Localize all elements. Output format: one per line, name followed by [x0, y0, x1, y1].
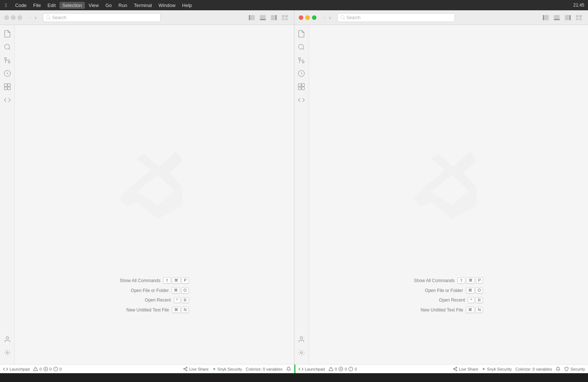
kbd-cmd3-left: ⌘ [172, 307, 180, 313]
svg-rect-3 [260, 19, 266, 20]
svg-line-32 [185, 368, 186, 369]
layout-custom-btn-left[interactable] [280, 14, 290, 22]
layout-sidebar-btn-left[interactable] [247, 14, 257, 22]
status-errors-count-right: 0 [345, 367, 347, 371]
back-arrow-left[interactable]: ‹ [28, 14, 33, 21]
activity-search-right[interactable] [295, 41, 307, 53]
maximize-button-left[interactable] [18, 15, 22, 20]
menu-terminal[interactable]: Terminal [131, 2, 155, 9]
activity-files-left[interactable] [1, 28, 13, 40]
status-liveshare-right[interactable]: Live Share [453, 367, 478, 371]
window-body-left: Show All Commands ⇧ ⌘ P Open File or Fol… [0, 25, 294, 364]
activity-debug-left[interactable] [1, 68, 13, 79]
menu-go[interactable]: Go [103, 2, 115, 9]
status-warnings-right[interactable]: 0 0 0 [329, 367, 357, 371]
nav-arrows-right: ‹ › [322, 14, 332, 21]
liveshare-icon-left [183, 367, 188, 371]
menu-code[interactable]: Code [12, 2, 29, 9]
open-file-label-left: Open File or Folder [131, 288, 169, 293]
search-bar-right[interactable]: Search [337, 13, 455, 22]
activity-accounts-left[interactable] [1, 334, 13, 345]
layout-custom-btn-right[interactable] [574, 14, 584, 22]
statusbar-right-window: Launchpad 0 0 0 [294, 364, 588, 373]
svg-point-44 [302, 61, 304, 63]
svg-point-10 [4, 44, 9, 49]
status-colorize-right[interactable]: Colorize: 0 variables [516, 367, 552, 371]
minimize-button-right[interactable] [305, 15, 310, 20]
activity-accounts-right[interactable] [295, 334, 307, 345]
svg-rect-0 [249, 15, 250, 20]
status-liveshare-left[interactable]: Live Share [183, 367, 209, 371]
status-bell-left[interactable] [286, 367, 291, 371]
statusbar-right-section-right: Live Share ✦ Snyk Security Colorize: 0 v… [453, 367, 585, 372]
welcome-commands-left: Show All Commands ⇧ ⌘ P Open File or Fol… [120, 277, 189, 313]
kbd-cmd-left: ⌘ [172, 277, 180, 284]
activity-settings-left[interactable] [1, 347, 13, 358]
activity-search-left[interactable] [1, 41, 13, 53]
warning-icon-left [33, 367, 38, 371]
menu-run[interactable]: Run [115, 2, 130, 9]
remote-icon-right [298, 367, 304, 372]
status-launchpad-left: Launchpad [10, 367, 29, 371]
layout-panel-btn-left[interactable] [258, 14, 268, 22]
remote-icon-left [3, 367, 8, 372]
svg-point-45 [299, 58, 301, 60]
open-file-kbd-left: ⌘ O [172, 287, 189, 293]
status-colorize-left[interactable]: Colorize: 0 variables [246, 367, 283, 371]
status-remote-left[interactable]: Launchpad [3, 367, 29, 372]
activity-extensions-right[interactable] [295, 81, 307, 93]
maximize-button-right[interactable] [312, 15, 316, 20]
kbd-cmd-right: ⌘ [466, 277, 475, 284]
svg-point-29 [184, 368, 185, 370]
minimize-button-left[interactable] [11, 15, 15, 20]
back-arrow-right[interactable]: ‹ [322, 14, 327, 21]
close-button-right[interactable] [299, 15, 303, 20]
layout-sidebar-right-btn-left[interactable] [269, 14, 279, 22]
status-warnings-left[interactable]: 0 0 0 [33, 367, 61, 371]
layout-sidebar-btn-right[interactable] [541, 14, 551, 22]
command-row-show-all-right: Show All Commands ⇧ ⌘ P [414, 277, 483, 284]
layout-sidebar-right-btn-right[interactable] [563, 14, 573, 22]
statusbar-left-window: Launchpad 0 0 0 [0, 364, 294, 373]
status-info-count-right: 0 [355, 367, 357, 371]
activity-extensions-left[interactable] [1, 81, 13, 93]
menu-view[interactable]: View [86, 2, 102, 9]
status-bell-right[interactable] [556, 367, 560, 371]
titlebar-left: ‹ › Search [0, 10, 294, 25]
activity-settings-right[interactable] [295, 347, 307, 358]
activity-source-control-left[interactable] [1, 54, 13, 66]
apple-menu[interactable]:  [3, 2, 9, 8]
svg-point-52 [301, 352, 302, 354]
status-snyk-right[interactable]: ✦ Snyk Security [482, 367, 512, 372]
menu-file[interactable]: File [30, 2, 44, 9]
forward-arrow-right[interactable]: › [327, 14, 332, 21]
status-snyk-left[interactable]: ✦ Snyk Security [212, 367, 242, 372]
vscode-window-left: ‹ › Search [0, 10, 294, 373]
menu-edit[interactable]: Edit [44, 2, 58, 9]
close-button-left[interactable] [4, 15, 9, 20]
layout-panel-btn-right[interactable] [552, 14, 562, 22]
titlebar-right-left [247, 14, 290, 22]
svg-point-63 [456, 370, 457, 371]
activity-files-right[interactable] [295, 28, 307, 40]
activity-source-control-right[interactable] [295, 54, 307, 66]
svg-point-62 [453, 368, 454, 370]
show-all-commands-label-left: Show All Commands [120, 278, 161, 283]
menu-help[interactable]: Help [179, 2, 195, 9]
activity-remote-left[interactable] [1, 94, 13, 106]
menu-selection[interactable]: Selection [60, 2, 85, 9]
snyk-label-left: Snyk Security [218, 367, 242, 371]
activity-bar-bottom-right [295, 334, 307, 361]
svg-rect-34 [545, 15, 549, 20]
status-remote-right[interactable]: Launchpad [298, 367, 325, 372]
status-security-right[interactable]: Security [564, 367, 585, 371]
activity-debug-right[interactable] [295, 68, 307, 79]
activity-bar-left [0, 25, 15, 364]
activity-remote-right[interactable] [295, 94, 307, 106]
kbd-n-left: N [182, 307, 189, 313]
menu-window[interactable]: Window [155, 2, 178, 9]
new-file-label-right: New Untitled Text File [421, 307, 463, 313]
titlebar-right-right [541, 14, 584, 22]
forward-arrow-left[interactable]: › [33, 14, 38, 21]
search-bar-left[interactable]: Search [43, 13, 161, 22]
